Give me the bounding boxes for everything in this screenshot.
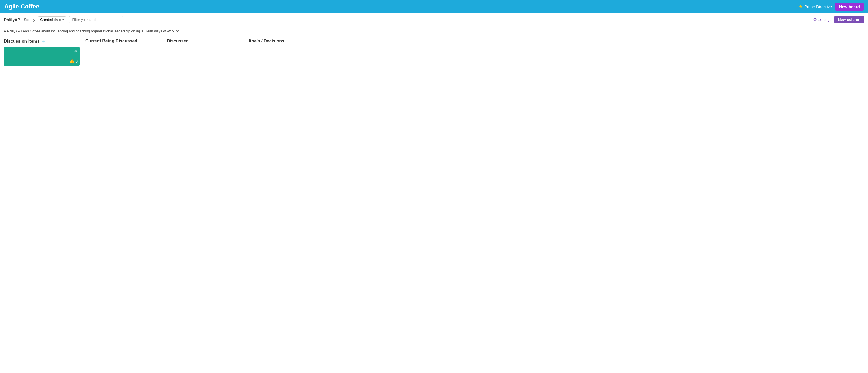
column-col-3: Discussed	[167, 39, 243, 46]
prime-directive-label: Prime Directive	[804, 4, 832, 9]
new-column-button[interactable]: New column	[834, 16, 864, 23]
filter-input[interactable]	[69, 16, 123, 23]
app-header: Agile Coffee ★ Prime Directive New board	[0, 0, 868, 13]
column-title: Current Being Discussed	[85, 39, 137, 43]
board-name: PhlilyXP	[4, 18, 20, 22]
card-vote[interactable]: 👍0	[69, 58, 78, 64]
chevron-down-icon: ▾	[62, 18, 64, 22]
column-header: Aha's / Decisions	[248, 39, 324, 43]
column-col-1: Discussion Items+✏👍0	[4, 39, 80, 66]
header-right: ★ Prime Directive New board	[799, 3, 864, 10]
sort-select-wrapper[interactable]: Created date ▾	[38, 16, 66, 23]
column-title: Aha's / Decisions	[248, 39, 284, 43]
prime-directive-link[interactable]: ★ Prime Directive	[799, 3, 832, 9]
toolbar: PhlilyXP Sort by Created date ▾ ⚙ settin…	[0, 13, 868, 26]
vote-count: 0	[75, 59, 78, 63]
board-description: A PhillyXP Lean Coffee about influencing…	[0, 26, 868, 36]
column-title: Discussion Items	[4, 39, 40, 44]
card: ✏👍0	[4, 47, 80, 66]
column-title: Discussed	[167, 39, 189, 43]
column-header: Discussed	[167, 39, 243, 43]
column-header: Discussion Items+	[4, 39, 80, 44]
star-icon: ★	[799, 3, 803, 9]
settings-button[interactable]: ⚙ settings	[813, 17, 831, 22]
description-text: A PhillyXP Lean Coffee about influencing…	[4, 29, 179, 33]
column-col-2: Current Being Discussed	[85, 39, 161, 46]
column-header: Current Being Discussed	[85, 39, 161, 43]
column-col-4: Aha's / Decisions	[248, 39, 324, 46]
add-card-button[interactable]: +	[42, 39, 45, 44]
new-board-button[interactable]: New board	[835, 3, 864, 10]
settings-label: settings	[818, 18, 831, 22]
gear-icon: ⚙	[813, 17, 817, 22]
thumbs-up-icon: 👍	[69, 58, 74, 64]
app-title: Agile Coffee	[4, 3, 39, 10]
sort-label: Sort by	[24, 18, 35, 22]
sort-value: Created date	[40, 18, 61, 22]
edit-card-icon[interactable]: ✏	[74, 49, 78, 53]
toolbar-right: ⚙ settings New column	[813, 16, 864, 23]
board: Discussion Items+✏👍0Current Being Discus…	[0, 36, 868, 68]
